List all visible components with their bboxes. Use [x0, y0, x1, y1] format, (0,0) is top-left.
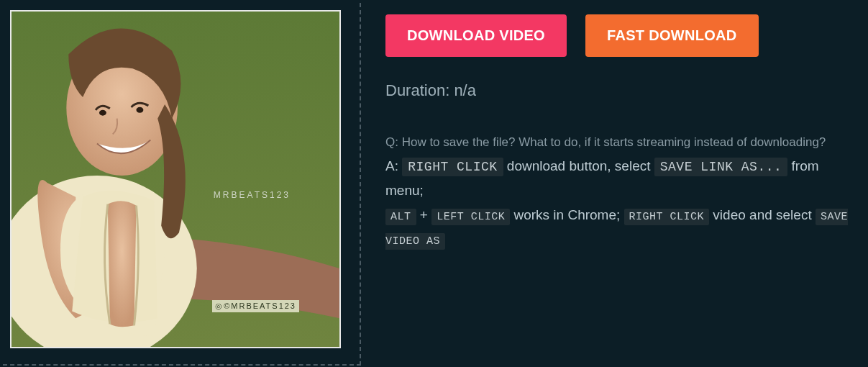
txt: +	[416, 207, 432, 222]
watermark-top: MRBEATS123	[214, 190, 291, 200]
watermark-bottom: ◎©MRBEATS123	[212, 300, 299, 312]
help-text: Q: How to save the file? What to do, if …	[385, 132, 860, 253]
help-question: Q: How to save the file? What to do, if …	[385, 132, 860, 154]
txt: works in Chrome;	[510, 207, 623, 222]
details-panel: DOWNLOAD VIDEO FAST DOWNLOAD Duration: n…	[361, 0, 868, 367]
kbd-right-click-2: RIGHT CLICK	[624, 209, 710, 225]
kbd-left-click: LEFT CLICK	[431, 209, 510, 225]
svg-point-4	[136, 107, 143, 113]
download-video-button[interactable]: DOWNLOAD VIDEO	[385, 14, 567, 57]
video-thumbnail[interactable]: MRBEATS123 ◎©MRBEATS123	[10, 10, 341, 348]
kbd-alt: ALT	[385, 209, 416, 225]
kbd-save-link-as: SAVE LINK AS...	[654, 158, 788, 176]
help-answer: A: RIGHT CLICK download button, select S…	[385, 154, 860, 253]
svg-point-3	[99, 110, 106, 116]
duration-label: Duration: n/a	[385, 81, 868, 100]
fast-download-button[interactable]: FAST DOWNLOAD	[585, 14, 759, 57]
answer-prefix: A:	[385, 158, 398, 173]
txt: video and select	[709, 207, 816, 222]
txt: download button, select	[503, 158, 654, 173]
kbd-right-click: RIGHT CLICK	[402, 158, 503, 176]
button-row: DOWNLOAD VIDEO FAST DOWNLOAD	[385, 14, 868, 57]
thumbnail-frame: MRBEATS123 ◎©MRBEATS123	[3, 3, 361, 366]
